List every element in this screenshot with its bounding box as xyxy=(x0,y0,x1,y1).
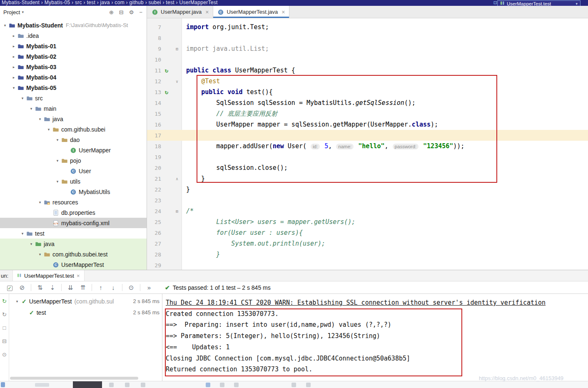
expanded-arrow-icon[interactable]: ▾ xyxy=(19,96,26,100)
fold-marker-icon[interactable]: ⊞ xyxy=(172,47,182,51)
test-history-icon[interactable]: ⊙ xyxy=(125,284,137,291)
tree-item-dao[interactable]: ▾dao xyxy=(0,134,147,145)
code-line-10[interactable]: 10 xyxy=(147,54,588,65)
restore-layout-icon[interactable]: ⊟ xyxy=(2,338,7,344)
collapse-all-icon[interactable]: ⇈ xyxy=(77,284,89,291)
code-line-18[interactable]: 18 mapper.addUser(new User( id: 5, name:… xyxy=(147,141,588,152)
expanded-arrow-icon[interactable]: ▾ xyxy=(28,242,35,246)
taskbar-icon[interactable] xyxy=(141,383,145,387)
code-line-19[interactable]: 19 xyxy=(147,152,588,162)
tree-item-UserMapperTest[interactable]: CUserMapperTest xyxy=(0,259,147,270)
pin-tab-icon[interactable]: ⊙ xyxy=(2,351,7,358)
code-line-21[interactable]: 21∧ } xyxy=(147,173,588,184)
code-line-7[interactable]: 7import org.junit.Test; xyxy=(147,22,588,32)
expanded-arrow-icon[interactable]: ▾ xyxy=(54,138,61,142)
toolbar-icon[interactable]: ⊡ xyxy=(493,0,497,5)
taskbar-active-button[interactable] xyxy=(73,381,102,388)
run-test-gutter-icon[interactable]: ↻ xyxy=(161,67,172,74)
collapsed-arrow-icon[interactable]: ▸ xyxy=(10,44,17,48)
tree-item-Mybatis-05[interactable]: ▾Mybatis-05 xyxy=(0,82,147,93)
editor[interactable]: 7import org.junit.Test;89⊞import java.ut… xyxy=(147,18,588,270)
fold-marker-icon[interactable]: ∨ xyxy=(172,79,182,84)
code-line-12[interactable]: 12∨ @Test xyxy=(147,76,588,87)
run-test-gutter-icon[interactable]: ↻ xyxy=(161,89,172,95)
horizontal-scrollbar[interactable] xyxy=(10,377,138,380)
sort-alphabetically-icon[interactable]: ⇅ xyxy=(34,284,46,291)
expanded-arrow-icon[interactable]: ▾ xyxy=(10,86,17,90)
tree-item-com.github.subei.test[interactable]: ▾com.github.subei.test xyxy=(0,249,147,259)
tree-item-java[interactable]: ▾java xyxy=(0,239,147,249)
code-line-23[interactable]: 23 xyxy=(147,195,588,206)
tree-item-db.properties[interactable]: db.properties xyxy=(0,207,147,218)
expanded-arrow-icon[interactable]: ▾ xyxy=(37,200,43,204)
code-line-20[interactable]: 20 sqlSession.close(); xyxy=(147,162,588,173)
project-panel-title[interactable]: Project xyxy=(3,9,20,15)
tree-item-Mybatis-01[interactable]: ▸Mybatis-01 xyxy=(0,41,147,51)
breadcrumb[interactable]: Mybatis-Student › Mybatis-05 › src › tes… xyxy=(2,0,218,5)
tree-item-src[interactable]: ▾src xyxy=(0,93,147,103)
code-line-26[interactable]: 26 for(User user : users){ xyxy=(147,227,588,238)
tree-item-UserMapper[interactable]: IUserMapper xyxy=(0,145,147,155)
stop-process-icon[interactable]: □ xyxy=(3,325,6,331)
sort-by-duration-icon[interactable]: ⇣ xyxy=(46,284,59,291)
taskbar-icon[interactable] xyxy=(220,383,224,387)
expanded-arrow-icon[interactable]: ▾ xyxy=(54,159,61,163)
fold-marker-icon[interactable]: ∧ xyxy=(172,177,182,181)
tree-item-Mybatis-02[interactable]: ▸Mybatis-02 xyxy=(0,51,147,62)
run-config-selector[interactable]: UserMapperTest.test ▾ xyxy=(497,0,581,6)
fold-marker-icon[interactable]: ⊞ xyxy=(172,209,182,214)
expanded-arrow-icon[interactable]: ▾ xyxy=(19,231,26,236)
code-line-9[interactable]: 9⊞import java.util.List; xyxy=(147,43,588,54)
taskbar-icon[interactable] xyxy=(234,383,239,387)
code-line-29[interactable]: 29 xyxy=(147,260,588,270)
taskbar-icon[interactable] xyxy=(125,383,130,387)
show-ignored-icon[interactable]: ⊘ xyxy=(16,284,28,291)
tree-item-Mybatis-Student[interactable]: ▾Mybatis-StudentF:\Java\Github\Mybatis-S… xyxy=(0,20,147,30)
rerun-test-icon[interactable]: ↻ xyxy=(2,298,7,304)
tree-item-pojo[interactable]: ▾pojo xyxy=(0,155,147,166)
code-line-25[interactable]: 25 List<User> users = mapper.getUsers(); xyxy=(147,216,588,227)
tree-item-Mybatis-04[interactable]: ▸Mybatis-04 xyxy=(0,72,147,82)
expanded-arrow-icon[interactable]: ▾ xyxy=(28,107,35,111)
code-line-8[interactable]: 8 xyxy=(147,32,588,43)
tree-item-test[interactable]: ▾test xyxy=(0,228,147,239)
run-tab[interactable]: UserMapperTest.test × xyxy=(12,270,85,281)
hide-panel-icon[interactable]: − xyxy=(139,9,142,15)
code-line-22[interactable]: 22} xyxy=(147,184,588,195)
tree-item-.idea[interactable]: ▸.idea xyxy=(0,30,147,41)
test-tree-item-test[interactable]: ✓test2 s 845 ms xyxy=(9,307,162,318)
code-line-28[interactable]: 28 } xyxy=(147,249,588,260)
tree-item-main[interactable]: ▾main xyxy=(0,103,147,114)
expanded-arrow-icon[interactable]: ▾ xyxy=(37,252,43,256)
close-icon[interactable]: × xyxy=(282,9,285,15)
code-line-24[interactable]: 24⊞/* xyxy=(147,206,588,216)
expanded-arrow-icon[interactable]: ▾ xyxy=(45,127,52,132)
test-tree-item-UserMapperTest[interactable]: ▾✓UserMapperTest(com.github.sul2 s 845 m… xyxy=(9,296,162,307)
taskbar-icon[interactable] xyxy=(109,383,114,387)
previous-failed-test-icon[interactable]: ↑ xyxy=(95,284,107,291)
tree-item-User[interactable]: CUser xyxy=(0,166,147,176)
taskbar-icon[interactable] xyxy=(306,383,311,387)
tree-item-Mybatis-03[interactable]: ▸Mybatis-03 xyxy=(0,62,147,72)
close-icon[interactable]: × xyxy=(77,273,80,279)
taskbar-icon[interactable] xyxy=(206,383,210,387)
collapsed-arrow-icon[interactable]: ▸ xyxy=(10,75,17,80)
expanded-arrow-icon[interactable]: ▾ xyxy=(54,179,61,184)
close-icon[interactable]: × xyxy=(205,9,209,15)
collapsed-arrow-icon[interactable]: ▸ xyxy=(10,65,17,69)
next-failed-test-icon[interactable]: ↓ xyxy=(107,284,120,291)
tree-item-java[interactable]: ▾java xyxy=(0,114,147,124)
tree-item-utils[interactable]: ▾utils xyxy=(0,176,147,187)
settings-icon[interactable]: ⚙ xyxy=(129,9,134,15)
tree-item-MybatisUtils[interactable]: CMybatisUtils xyxy=(0,187,147,197)
console-output[interactable]: Thu Dec 24 18:19:41 CST 2020 WARN: Estab… xyxy=(162,294,588,381)
code-line-15[interactable]: 15 // 底层主要应用反射 xyxy=(147,108,588,119)
show-passed-icon[interactable]: ✓ xyxy=(3,284,16,291)
expanded-arrow-icon[interactable]: ▾ xyxy=(13,299,21,303)
tree-item-com.github.subei[interactable]: ▾com.github.subei xyxy=(0,124,147,134)
code-line-13[interactable]: 13↻ public void test(){ xyxy=(147,87,588,97)
collapse-all-icon[interactable]: ⊟ xyxy=(119,9,124,15)
expand-all-icon[interactable]: ⇊ xyxy=(64,284,77,291)
collapsed-arrow-icon[interactable]: ▸ xyxy=(10,55,17,59)
locate-file-icon[interactable]: ⊕ xyxy=(109,9,114,15)
